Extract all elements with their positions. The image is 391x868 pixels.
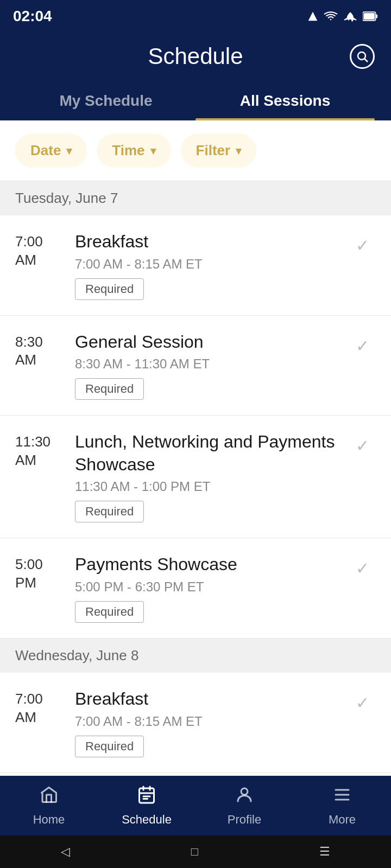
schedule-icon	[137, 785, 156, 809]
item-time-range: 5:00 PM - 6:30 PM ET	[75, 579, 338, 595]
check-icon: ✓	[356, 236, 369, 255]
bottom-nav: Home Schedule Profile	[0, 776, 391, 835]
item-content: Lunch, Networking and Payments Showcase …	[75, 431, 338, 522]
nav-label-schedule: Schedule	[122, 813, 172, 827]
item-time: 11:30AM	[15, 431, 64, 470]
header: Schedule My Schedule All Sessions	[0, 33, 391, 120]
home-icon	[39, 785, 59, 809]
svg-rect-2	[376, 15, 378, 18]
item-title: Payments Showcase	[75, 553, 338, 576]
list-item[interactable]: 7:00AM Breakfast 7:00 AM - 8:15 AM ET Re…	[0, 673, 391, 773]
chevron-down-icon: ▾	[236, 144, 241, 157]
svg-point-4	[358, 52, 365, 60]
item-title: Breakfast	[75, 231, 338, 253]
android-nav: ◁ □ ☰	[0, 835, 391, 868]
status-bar: 02:04	[0, 0, 391, 33]
nav-label-profile: Profile	[228, 813, 261, 827]
item-time: 7:00AM	[15, 231, 64, 270]
required-badge: Required	[75, 378, 144, 400]
status-icons	[307, 11, 378, 22]
item-title: General Session	[75, 331, 338, 354]
required-badge: Required	[75, 278, 144, 300]
item-time-range: 8:30 AM - 11:30 AM ET	[75, 356, 338, 372]
item-check: ✓	[349, 231, 376, 255]
tab-my-schedule[interactable]: My Schedule	[16, 80, 195, 120]
search-icon	[350, 44, 375, 69]
nav-item-profile[interactable]: Profile	[195, 780, 293, 832]
chevron-down-icon: ▾	[150, 144, 156, 157]
item-time-range: 7:00 AM - 8:15 AM ET	[75, 714, 338, 729]
item-content: Breakfast 7:00 AM - 8:15 AM ET Required	[75, 231, 338, 300]
page-title: Schedule	[148, 43, 243, 69]
item-check: ✓	[349, 431, 376, 455]
required-badge: Required	[75, 736, 144, 757]
section-header-wednesday: Wednesday, June 8	[0, 639, 391, 673]
schedule-list: Tuesday, June 7 7:00AM Breakfast 7:00 AM…	[0, 181, 391, 773]
section-header-tuesday: Tuesday, June 7	[0, 181, 391, 215]
item-content: Breakfast 7:00 AM - 8:15 AM ET Required	[75, 688, 338, 757]
date-filter[interactable]: Date ▾	[15, 133, 87, 168]
nav-item-schedule[interactable]: Schedule	[98, 780, 195, 832]
tab-all-sessions[interactable]: All Sessions	[195, 80, 375, 120]
list-item[interactable]: 5:00PM Payments Showcase 5:00 PM - 6:30 …	[0, 538, 391, 639]
svg-marker-0	[308, 12, 318, 21]
item-time-range: 11:30 AM - 1:00 PM ET	[75, 479, 338, 494]
svg-line-5	[365, 59, 368, 62]
required-badge: Required	[75, 501, 144, 522]
profile-icon	[235, 785, 254, 809]
signal-icon	[307, 11, 318, 22]
home-button[interactable]: □	[191, 845, 198, 859]
check-icon: ✓	[356, 336, 369, 355]
filter-bar: Date ▾ Time ▾ Filter ▾	[0, 120, 391, 181]
time-filter[interactable]: Time ▾	[97, 133, 171, 168]
status-time: 02:04	[13, 8, 52, 25]
item-title: Breakfast	[75, 688, 338, 711]
chevron-down-icon: ▾	[66, 144, 72, 157]
item-time: 8:30AM	[15, 331, 64, 370]
svg-point-12	[241, 788, 248, 795]
search-button[interactable]	[350, 44, 375, 69]
item-content: General Session 8:30 AM - 11:30 AM ET Re…	[75, 331, 338, 400]
check-icon: ✓	[356, 693, 369, 712]
item-check: ✓	[349, 331, 376, 355]
item-content: Payments Showcase 5:00 PM - 6:30 PM ET R…	[75, 553, 338, 623]
item-time: 7:00AM	[15, 688, 64, 727]
svg-rect-3	[364, 13, 375, 20]
required-badge: Required	[75, 601, 144, 623]
item-check: ✓	[349, 688, 376, 712]
airplane-icon	[343, 11, 357, 22]
back-button[interactable]: ◁	[61, 845, 70, 859]
check-icon: ✓	[356, 559, 369, 578]
filter-filter[interactable]: Filter ▾	[181, 133, 257, 168]
list-item[interactable]: 7:00AM Breakfast 7:00 AM - 8:15 AM ET Re…	[0, 215, 391, 316]
tab-bar: My Schedule All Sessions	[16, 80, 375, 120]
nav-label-home: Home	[33, 813, 65, 827]
list-item[interactable]: 8:30AM General Session 8:30 AM - 11:30 A…	[0, 316, 391, 416]
item-check: ✓	[349, 553, 376, 578]
item-title: Lunch, Networking and Payments Showcase	[75, 431, 338, 476]
nav-item-more[interactable]: More	[293, 780, 391, 832]
nav-label-more: More	[329, 813, 356, 827]
item-time: 5:00PM	[15, 553, 64, 592]
wifi-icon	[324, 11, 338, 22]
more-icon	[332, 785, 352, 809]
item-time-range: 7:00 AM - 8:15 AM ET	[75, 257, 338, 272]
battery-icon	[363, 11, 378, 22]
recents-button[interactable]: ☰	[319, 845, 330, 859]
list-item[interactable]: 11:30AM Lunch, Networking and Payments S…	[0, 416, 391, 538]
check-icon: ✓	[356, 436, 369, 455]
nav-item-home[interactable]: Home	[0, 780, 98, 832]
